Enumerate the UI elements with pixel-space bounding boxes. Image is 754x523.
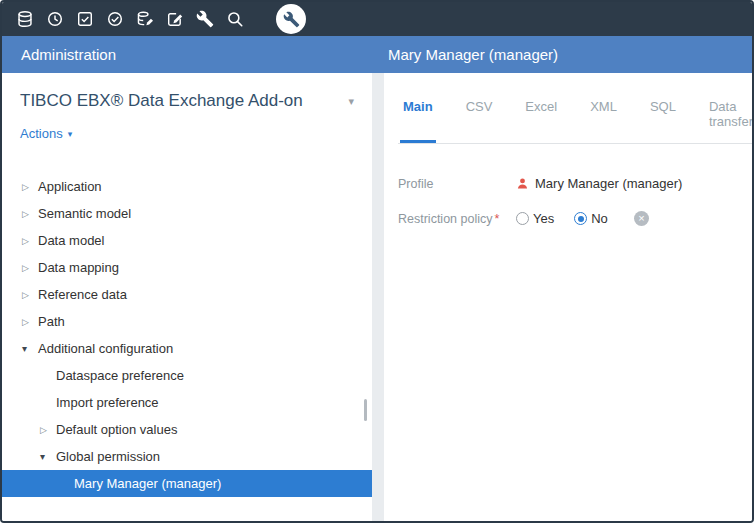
expand-arrow-icon[interactable]: ▷ <box>22 182 38 192</box>
profile-value: Mary Manager (manager) <box>516 176 682 191</box>
radio-option-no[interactable]: No <box>574 211 608 226</box>
main-content: TIBCO EBX® Data Exchange Add-on ▾ Action… <box>2 73 752 521</box>
panel-divider <box>372 73 384 521</box>
tree-item-data-model[interactable]: ▷ Data model <box>2 227 372 254</box>
panel-title: TIBCO EBX® Data Exchange Add-on <box>20 91 344 111</box>
form-edit-icon[interactable] <box>160 2 190 36</box>
profile-row: Profile Mary Manager (manager) <box>398 166 754 201</box>
section-header-bar: Administration Mary Manager (manager) <box>2 36 752 73</box>
tree-item-label: Semantic model <box>38 206 131 221</box>
tree-item-additional-configuration[interactable]: ▾ Additional configuration <box>2 335 372 362</box>
radio-yes-label: Yes <box>533 211 554 226</box>
tree-item-label: Default option values <box>56 422 177 437</box>
tab-main[interactable]: Main <box>400 99 436 143</box>
app-window: Administration Mary Manager (manager) TI… <box>0 0 754 523</box>
wrench-icon[interactable] <box>190 2 220 36</box>
navigation-tree: ▷ Application ▷ Semantic model ▷ Data mo… <box>2 173 372 497</box>
history-clock-icon[interactable] <box>40 2 70 36</box>
reset-value-icon[interactable]: × <box>634 211 649 226</box>
admin-tools-button[interactable] <box>276 4 306 34</box>
tab-xml[interactable]: XML <box>587 99 620 143</box>
tree-item-data-mapping[interactable]: ▷ Data mapping <box>2 254 372 281</box>
record-title: Mary Manager (manager) <box>388 46 558 63</box>
actions-label: Actions <box>20 126 63 141</box>
panel-title-row: TIBCO EBX® Data Exchange Add-on ▾ <box>2 73 372 111</box>
radio-selected-icon <box>574 212 587 225</box>
tree-item-label: Reference data <box>38 287 127 302</box>
database-icon[interactable] <box>10 2 40 36</box>
search-icon[interactable] <box>220 2 250 36</box>
checkbox-check-icon[interactable] <box>70 2 100 36</box>
collapse-arrow-icon[interactable]: ▾ <box>22 343 38 354</box>
top-toolbar <box>2 2 752 36</box>
record-panel: Main CSV Excel XML SQL Data transfer Pro… <box>384 73 754 521</box>
restriction-policy-label: Restriction policy* <box>398 212 516 226</box>
tree-item-import-preference[interactable]: Import preference <box>2 389 372 416</box>
tree-item-label: Dataspace preference <box>56 368 184 383</box>
radio-unselected-icon <box>516 212 529 225</box>
tree-item-semantic-model[interactable]: ▷ Semantic model <box>2 200 372 227</box>
tab-sql[interactable]: SQL <box>647 99 679 143</box>
profile-label: Profile <box>398 177 516 191</box>
expand-arrow-icon[interactable]: ▷ <box>40 425 56 435</box>
tree-item-label: Additional configuration <box>38 341 173 356</box>
tree-item-default-option-values[interactable]: ▷ Default option values <box>2 416 372 443</box>
tab-bar: Main CSV Excel XML SQL Data transfer <box>398 99 754 144</box>
tree-item-label: Path <box>38 314 65 329</box>
tree-item-label: Data model <box>38 233 104 248</box>
scrollbar-thumb[interactable] <box>364 399 367 421</box>
tree-item-label: Data mapping <box>38 260 119 275</box>
tree-item-label: Global permission <box>56 449 160 464</box>
expand-arrow-icon[interactable]: ▷ <box>22 317 38 327</box>
tab-excel[interactable]: Excel <box>522 99 560 143</box>
navigation-panel: TIBCO EBX® Data Exchange Add-on ▾ Action… <box>2 73 372 521</box>
tree-item-mary-manager[interactable]: Mary Manager (manager) <box>2 470 372 497</box>
profile-user-icon <box>516 177 529 190</box>
tree-item-application[interactable]: ▷ Application <box>2 173 372 200</box>
tree-item-label: Mary Manager (manager) <box>74 476 221 491</box>
tree-item-reference-data[interactable]: ▷ Reference data <box>2 281 372 308</box>
radio-option-yes[interactable]: Yes <box>516 211 554 226</box>
actions-menu-button[interactable]: Actions ▾ <box>2 111 372 141</box>
tree-item-label: Application <box>38 179 102 194</box>
left-panel-title: Administration <box>21 46 116 63</box>
circle-check-icon[interactable] <box>100 2 130 36</box>
expand-arrow-icon[interactable]: ▷ <box>22 290 38 300</box>
wrench-icon <box>283 11 300 28</box>
tab-csv[interactable]: CSV <box>463 99 496 143</box>
restriction-policy-options: Yes No × <box>516 211 649 226</box>
database-edit-icon[interactable] <box>130 2 160 36</box>
chevron-down-icon: ▾ <box>68 129 73 139</box>
tree-item-global-permission[interactable]: ▾ Global permission <box>2 443 372 470</box>
profile-value-text: Mary Manager (manager) <box>535 176 682 191</box>
required-marker: * <box>494 212 499 226</box>
tab-data-transfer[interactable]: Data transfer <box>706 99 754 143</box>
collapse-arrow-icon[interactable]: ▾ <box>40 451 56 462</box>
expand-arrow-icon[interactable]: ▷ <box>22 236 38 246</box>
tree-item-label: Import preference <box>56 395 159 410</box>
record-header: Mary Manager (manager) <box>374 46 752 63</box>
radio-no-label: No <box>591 211 608 226</box>
tree-item-path[interactable]: ▷ Path <box>2 308 372 335</box>
expand-arrow-icon[interactable]: ▷ <box>22 263 38 273</box>
expand-arrow-icon[interactable]: ▷ <box>22 209 38 219</box>
restriction-policy-row: Restriction policy* Yes No × <box>398 201 754 236</box>
panel-title-dropdown-icon[interactable]: ▾ <box>344 93 358 110</box>
left-panel-header: Administration <box>2 46 374 63</box>
tree-item-dataspace-preference[interactable]: Dataspace preference <box>2 362 372 389</box>
record-form: Profile Mary Manager (manager) Restricti… <box>398 166 754 236</box>
